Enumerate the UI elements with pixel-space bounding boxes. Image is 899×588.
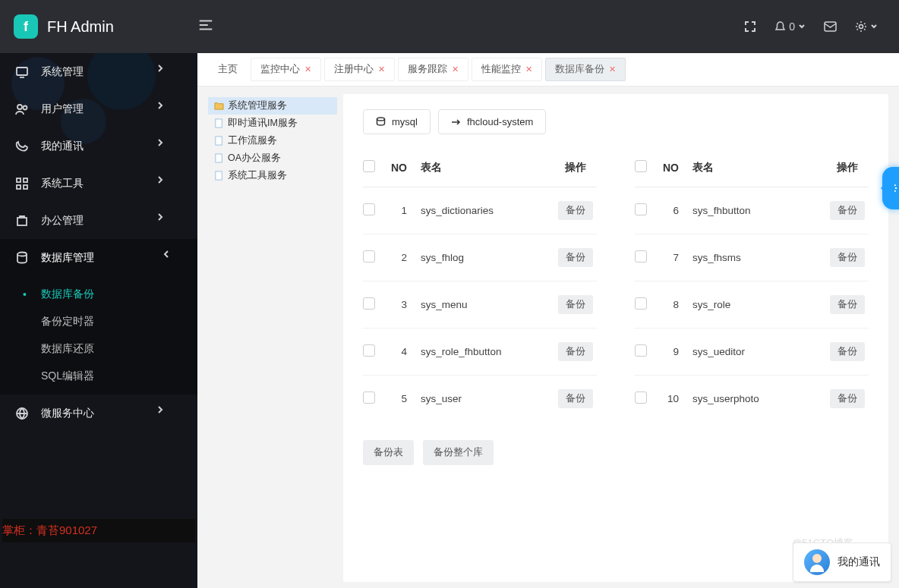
backup-button[interactable]: 备份 [558,201,593,220]
backup-all-button[interactable]: 备份整个库 [423,440,494,465]
select-all-checkbox[interactable] [635,160,647,172]
menu-toggle-icon[interactable] [197,18,214,35]
svg-rect-14 [216,154,222,162]
chat-widget[interactable]: 我的通讯 [793,542,891,582]
table-row: 3sys_menu备份 [363,281,597,329]
close-icon[interactable]: ✕ [378,64,385,74]
settings-icon[interactable] [855,20,878,33]
backup-button[interactable]: 备份 [558,295,593,314]
tab-主页[interactable]: 主页 [208,58,248,81]
service-select-button[interactable]: fhcloud-system [438,109,546,134]
close-icon[interactable]: ✕ [304,64,311,74]
tabs: 主页监控中心✕注册中心✕服务跟踪✕性能监控✕数据库备份✕ [197,53,899,86]
top-right: 0 [744,20,899,33]
tab-注册中心[interactable]: 注册中心✕ [324,58,395,81]
close-icon[interactable]: ✕ [452,64,459,74]
sub-db-backup[interactable]: 数据库备份 [0,281,197,308]
tree-item[interactable]: 即时通讯IM服务 [208,115,337,132]
backup-tables-button[interactable]: 备份表 [363,440,414,465]
panel: mysql fhcloud-system NO表名操作1sys_dictiona… [343,94,888,582]
svg-rect-9 [17,218,27,225]
sidebar: 系统管理 用户管理 我的通讯 系统工具 办公管理 数据库管理 数据库备份 备份定… [0,53,197,588]
svg-rect-8 [24,185,27,189]
table-columns: NO表名操作1sys_dictionaries备份2sys_fhlog备份3sy… [363,153,869,422]
tab-数据库备份[interactable]: 数据库备份✕ [545,58,626,81]
row-checkbox[interactable] [635,297,647,310]
backup-button[interactable]: 备份 [558,389,593,408]
sidebar-item-microservice[interactable]: 微服务中心 [0,395,197,432]
db-select-button[interactable]: mysql [363,109,431,134]
chevron-right-icon [156,212,182,228]
logo-area: f FH Admin [0,14,197,39]
backup-button[interactable]: 备份 [830,389,865,408]
backup-button[interactable]: 备份 [830,342,865,361]
content: 主页监控中心✕注册中心✕服务跟踪✕性能监控✕数据库备份✕ 系统管理服务即时通讯I… [197,53,899,588]
table-row: 1sys_dictionaries备份 [363,187,597,234]
tree-item[interactable]: OA办公服务 [208,149,337,167]
row-checkbox[interactable] [635,344,647,357]
svg-point-17 [890,187,894,190]
backup-button[interactable]: 备份 [558,342,593,361]
svg-point-3 [17,105,22,109]
row-checkbox[interactable] [363,344,375,357]
row-checkbox[interactable] [363,250,375,263]
svg-rect-15 [216,171,222,180]
brand-text: FH Admin [47,18,114,36]
table-row: 6sys_fhbutton备份 [635,187,869,234]
svg-point-1 [860,25,863,29]
sidebar-item-office[interactable]: 办公管理 [0,202,197,239]
table-header: NO表名操作 [635,153,869,187]
backup-button[interactable]: 备份 [830,248,865,267]
mail-icon[interactable] [824,21,837,32]
sidebar-item-contacts[interactable]: 我的通讯 [0,127,197,165]
service-tree: 系统管理服务即时通讯IM服务工作流服务OA办公服务系统工具服务 [208,94,337,582]
backup-button[interactable]: 备份 [558,248,593,267]
table-left: NO表名操作1sys_dictionaries备份2sys_fhlog备份3sy… [363,153,597,422]
svg-rect-6 [24,178,27,182]
sub-backup-timer[interactable]: 备份定时器 [0,308,197,335]
sidebar-submenu: 数据库备份 备份定时器 数据库还原 SQL编辑器 [0,276,197,395]
tab-性能监控[interactable]: 性能监控✕ [472,58,542,81]
backup-button[interactable]: 备份 [830,201,865,220]
row-checkbox[interactable] [635,250,647,263]
tab-服务跟踪[interactable]: 服务跟踪✕ [398,58,468,81]
row-checkbox[interactable] [635,203,647,215]
row-checkbox[interactable] [635,391,647,404]
panel-buttons: mysql fhcloud-system [363,109,869,134]
row-checkbox[interactable] [363,203,375,215]
svg-rect-13 [216,137,222,145]
svg-rect-12 [216,119,222,127]
sidebar-item-system[interactable]: 系统管理 [0,53,197,90]
row-checkbox[interactable] [363,391,375,404]
svg-point-10 [17,252,27,256]
chevron-down-icon [156,250,182,266]
sidebar-item-database[interactable]: 数据库管理 [0,239,197,276]
sidebar-item-users[interactable]: 用户管理 [0,90,197,127]
sidebar-item-tools[interactable]: 系统工具 [0,165,197,202]
chevron-right-icon [156,138,182,154]
row-checkbox[interactable] [363,297,375,310]
tab-监控中心[interactable]: 监控中心✕ [251,58,321,81]
notification-icon[interactable]: 0 [774,20,806,33]
table-row: 7sys_fhsms备份 [635,234,869,281]
tree-item[interactable]: 系统工具服务 [208,167,337,184]
svg-rect-2 [17,68,27,75]
chevron-right-icon [156,405,182,421]
chevron-right-icon [156,101,182,117]
select-all-checkbox[interactable] [363,160,375,172]
sub-sql-editor[interactable]: SQL编辑器 [0,363,197,390]
backup-button[interactable]: 备份 [830,295,865,314]
sub-db-restore[interactable]: 数据库还原 [0,335,197,363]
table-row: 9sys_ueditor备份 [635,329,869,376]
tree-item[interactable]: 系统管理服务 [208,97,337,115]
tree-item[interactable]: 工作流服务 [208,132,337,149]
table-header: NO表名操作 [363,153,597,187]
svg-rect-7 [17,185,21,189]
close-icon[interactable]: ✕ [609,64,616,74]
close-icon[interactable]: ✕ [525,64,532,74]
side-gear-fab[interactable] [882,167,899,209]
table-row: 5sys_user备份 [363,376,597,422]
fullscreen-icon[interactable] [744,20,756,33]
topbar: f FH Admin 0 [0,0,899,53]
panel-footer: 备份表 备份整个库 [363,440,869,465]
